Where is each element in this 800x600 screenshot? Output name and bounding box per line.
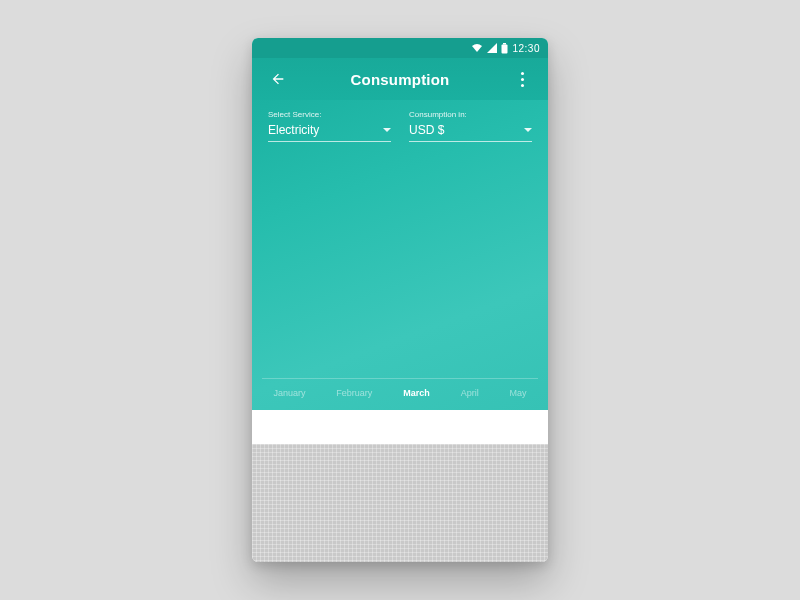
month-tabs: JanuaryFebruaryMarchAprilMay xyxy=(252,378,548,410)
service-label: Select Service: xyxy=(268,110,391,119)
service-selector: Select Service: Electricity xyxy=(268,110,391,142)
chevron-down-icon xyxy=(524,128,532,132)
month-tab-may[interactable]: May xyxy=(506,386,531,400)
wifi-icon xyxy=(471,43,483,53)
month-tab-february[interactable]: February xyxy=(332,386,376,400)
page-title: Consumption xyxy=(252,71,548,88)
content-strip xyxy=(252,410,548,444)
unit-dropdown[interactable]: USD $ xyxy=(409,121,532,142)
selector-row: Select Service: Electricity Consumption … xyxy=(252,100,548,146)
month-tab-january[interactable]: January xyxy=(269,386,309,400)
main-panel: Select Service: Electricity Consumption … xyxy=(252,100,548,410)
clock: 12:30 xyxy=(512,43,540,54)
unit-selector: Consumption in: USD $ xyxy=(409,110,532,142)
unit-label: Consumption in: xyxy=(409,110,532,119)
signal-icon xyxy=(487,43,497,53)
unit-value: USD $ xyxy=(409,123,444,137)
service-value: Electricity xyxy=(268,123,319,137)
svg-rect-1 xyxy=(502,44,508,53)
more-vert-icon xyxy=(521,78,524,81)
placeholder-grid xyxy=(252,444,548,562)
battery-icon xyxy=(501,43,508,54)
phone-frame: 12:30 Consumption Select Service: Electr… xyxy=(252,38,548,562)
month-tab-april[interactable]: April xyxy=(457,386,483,400)
back-button[interactable] xyxy=(264,65,292,93)
arrow-left-icon xyxy=(270,71,286,87)
app-bar: Consumption xyxy=(252,58,548,100)
chevron-down-icon xyxy=(383,128,391,132)
service-dropdown[interactable]: Electricity xyxy=(268,121,391,142)
svg-rect-0 xyxy=(503,43,506,45)
overflow-menu-button[interactable] xyxy=(508,65,536,93)
month-tab-march[interactable]: March xyxy=(399,386,434,400)
status-bar: 12:30 xyxy=(252,38,548,58)
